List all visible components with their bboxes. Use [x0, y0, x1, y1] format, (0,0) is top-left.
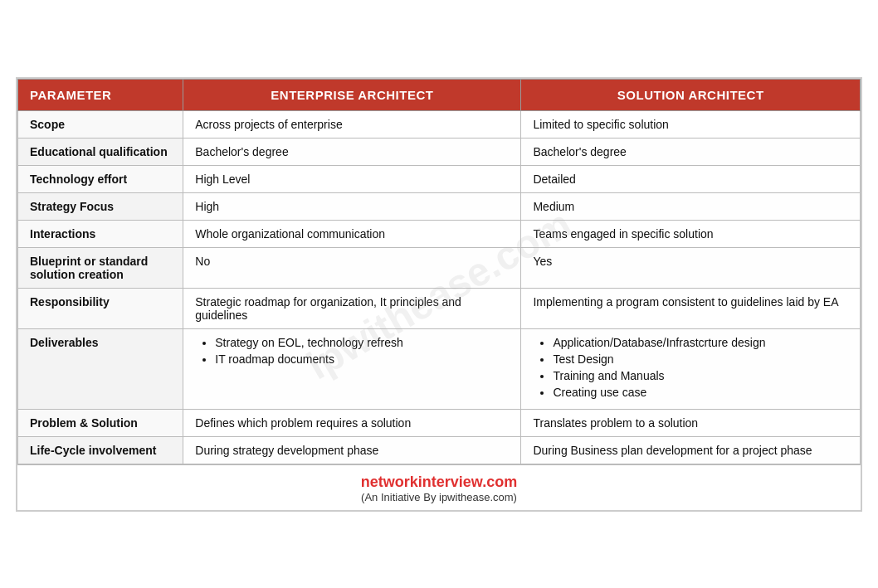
cell-param: Deliverables: [18, 328, 183, 409]
table-header-row: PARAMETER ENTERPRISE ARCHITECT SOLUTION …: [18, 79, 861, 110]
table-row: Strategy FocusHighMedium: [18, 192, 861, 220]
cell-sa: Yes: [521, 247, 861, 288]
header-parameter: PARAMETER: [18, 79, 183, 110]
header-sa: SOLUTION ARCHITECT: [521, 79, 861, 110]
table-row: InteractionsWhole organizational communi…: [18, 220, 861, 247]
cell-param: Blueprint or standard solution creation: [18, 247, 183, 288]
cell-sa: Bachelor's degree: [521, 138, 861, 165]
cell-param: Educational qualification: [18, 138, 183, 165]
cell-ea: Whole organizational communication: [183, 220, 521, 247]
comparison-table: PARAMETER ENTERPRISE ARCHITECT SOLUTION …: [17, 79, 861, 464]
cell-sa: During Business plan development for a p…: [521, 436, 861, 464]
table-row: Problem & SolutionDefines which problem …: [18, 409, 861, 436]
table-row: DeliverablesStrategy on EOL, technology …: [18, 328, 861, 409]
cell-ea: High Level: [183, 165, 521, 192]
table-row: Blueprint or standard solution creationN…: [18, 247, 861, 288]
footer-sub: (An Initiative By ipwithease.com): [17, 491, 861, 503]
cell-sa: Limited to specific solution: [521, 110, 861, 138]
table-row: Technology effortHigh LevelDetailed: [18, 165, 861, 192]
cell-sa: Detailed: [521, 165, 861, 192]
cell-param: Technology effort: [18, 165, 183, 192]
cell-sa: Application/Database/Infrastcrture desig…: [521, 328, 861, 409]
cell-param: Problem & Solution: [18, 409, 183, 436]
cell-ea: Defines which problem requires a solutio…: [183, 409, 521, 436]
footer: networkinterview.com (An Initiative By i…: [17, 464, 861, 510]
cell-ea: High: [183, 192, 521, 220]
footer-site: networkinterview.com: [17, 474, 861, 491]
cell-sa: Implementing a program consistent to gui…: [521, 288, 861, 328]
comparison-table-container: ipwithease.com PARAMETER ENTERPRISE ARCH…: [16, 77, 862, 512]
cell-ea: No: [183, 247, 521, 288]
cell-sa: Teams engaged in specific solution: [521, 220, 861, 247]
cell-param: Life-Cycle involvement: [18, 436, 183, 464]
cell-ea: During strategy development phase: [183, 436, 521, 464]
table-row: Life-Cycle involvementDuring strategy de…: [18, 436, 861, 464]
table-row: ScopeAcross projects of enterpriseLimite…: [18, 110, 861, 138]
table-wrap: ipwithease.com PARAMETER ENTERPRISE ARCH…: [17, 79, 861, 510]
cell-sa: Translates problem to a solution: [521, 409, 861, 436]
cell-param: Scope: [18, 110, 183, 138]
cell-sa: Medium: [521, 192, 861, 220]
cell-ea: Bachelor's degree: [183, 138, 521, 165]
table-row: Educational qualificationBachelor's degr…: [18, 138, 861, 165]
cell-param: Responsibility: [18, 288, 183, 328]
cell-ea: Strategic roadmap for organization, It p…: [183, 288, 521, 328]
cell-param: Interactions: [18, 220, 183, 247]
header-ea: ENTERPRISE ARCHITECT: [183, 79, 521, 110]
cell-ea: Strategy on EOL, technology refreshIT ro…: [183, 328, 521, 409]
cell-param: Strategy Focus: [18, 192, 183, 220]
table-row: ResponsibilityStrategic roadmap for orga…: [18, 288, 861, 328]
cell-ea: Across projects of enterprise: [183, 110, 521, 138]
